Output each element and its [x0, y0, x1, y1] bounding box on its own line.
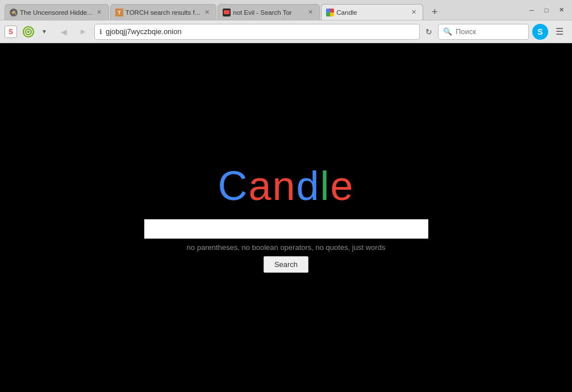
tab-evil[interactable]: not Evil - Search Tor ✕	[218, 4, 320, 20]
menu-button[interactable]: ☰	[552, 24, 567, 40]
logo-n: n	[272, 163, 296, 208]
maximize-button[interactable]: □	[540, 4, 553, 16]
tab-close-evil[interactable]: ✕	[306, 8, 315, 17]
search-input[interactable]	[144, 219, 428, 239]
minimize-button[interactable]: ─	[525, 4, 538, 16]
new-tab-button[interactable]: +	[427, 4, 442, 20]
onion-icon[interactable]	[20, 24, 36, 40]
search-icon: 🔍	[443, 27, 452, 36]
nav-bar: S ▼ ◀ ▶ ℹ ↻ 🔍 S ☰	[0, 20, 572, 43]
tab-label-evil: not Evil - Search Tor	[233, 9, 303, 16]
title-bar: 🕵 The Uncensored Hidde... ✕ T TORCH sear…	[0, 0, 572, 20]
window-controls: ─ □ ✕	[525, 4, 567, 16]
tab-hidden[interactable]: 🕵 The Uncensored Hidde... ✕	[5, 4, 109, 20]
reload-button[interactable]: ↻	[423, 27, 435, 36]
sidebar-icon[interactable]: S	[5, 26, 17, 38]
tab-label-candle: Candle	[336, 9, 407, 16]
tab-favicon-hidden: 🕵	[10, 9, 18, 16]
tabs-area: 🕵 The Uncensored Hidde... ✕ T TORCH sear…	[5, 0, 521, 20]
skype-icon[interactable]: S	[532, 24, 548, 40]
logo-l: l	[320, 163, 331, 208]
back-button[interactable]: ◀	[56, 24, 72, 40]
info-icon: ℹ	[99, 28, 102, 36]
candle-logo: Candle	[218, 162, 354, 209]
tab-label-hidden: The Uncensored Hidde...	[20, 9, 93, 16]
browser-frame: 🕵 The Uncensored Hidde... ✕ T TORCH sear…	[0, 0, 572, 392]
forward-button[interactable]: ▶	[75, 24, 91, 40]
url-input[interactable]	[106, 27, 415, 36]
logo-e: e	[331, 163, 354, 208]
tab-close-torch[interactable]: ✕	[202, 8, 211, 17]
address-bar[interactable]: ℹ	[94, 24, 420, 40]
search-form: no parentheses, no boolean operators, no…	[144, 219, 428, 273]
onion-dropdown[interactable]: ▼	[36, 24, 52, 40]
tab-label-torch: TORCH search results f...	[126, 9, 200, 16]
search-bar[interactable]: 🔍	[438, 24, 529, 40]
tab-favicon-candle	[326, 9, 334, 16]
tab-close-candle[interactable]: ✕	[409, 8, 418, 17]
tab-close-hidden[interactable]: ✕	[95, 8, 104, 17]
logo-c: C	[218, 163, 248, 208]
search-input-nav[interactable]	[456, 27, 512, 36]
tab-torch[interactable]: T TORCH search results f... ✕	[110, 4, 216, 20]
tab-candle[interactable]: Candle ✕	[321, 4, 423, 20]
page-content: Candle no parentheses, no boolean operat…	[0, 43, 572, 392]
svg-point-2	[27, 31, 30, 33]
logo-a: a	[248, 163, 272, 208]
logo-d: d	[297, 163, 320, 208]
search-hint: no parentheses, no boolean operators, no…	[187, 243, 386, 252]
search-button[interactable]: Search	[264, 256, 308, 273]
close-button[interactable]: ✕	[555, 4, 567, 16]
tab-favicon-torch: T	[115, 9, 123, 16]
tab-favicon-evil	[223, 9, 231, 16]
